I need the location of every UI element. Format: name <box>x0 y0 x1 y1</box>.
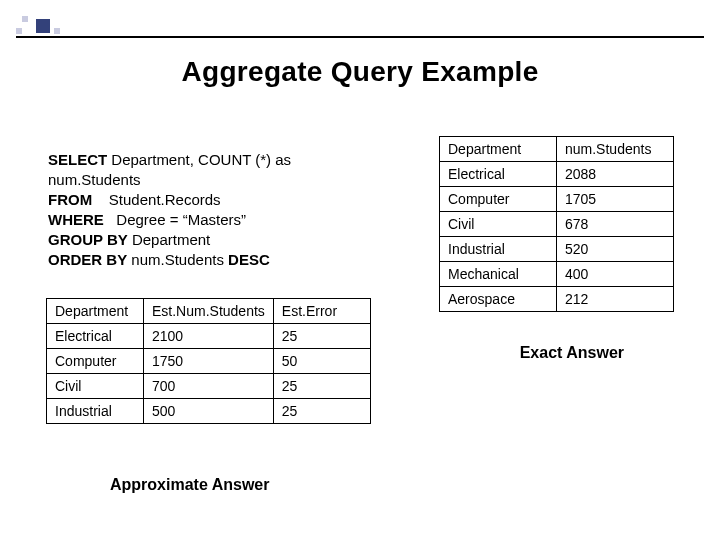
table-row: Electrical210025 <box>47 324 371 349</box>
table-row: Industrial50025 <box>47 399 371 424</box>
slide-title: Aggregate Query Example <box>0 56 720 88</box>
sql-query: SELECT Department, COUNT (*) asnum.Stude… <box>48 150 291 270</box>
title-rule <box>16 36 704 38</box>
slide-deco-icon <box>16 16 72 36</box>
approx-table: DepartmentEst.Num.StudentsEst.ErrorElect… <box>46 298 371 424</box>
table-row: Computer1705 <box>440 187 674 212</box>
table-row: Civil678 <box>440 212 674 237</box>
table-row: Industrial520 <box>440 237 674 262</box>
table-row: Mechanical400 <box>440 262 674 287</box>
exact-table-body: Departmentnum.StudentsElectrical2088Comp… <box>439 136 674 312</box>
table-row: Computer175050 <box>47 349 371 374</box>
table-header: num.Students <box>557 137 674 162</box>
table-header: Department <box>440 137 557 162</box>
exact-table: Departmentnum.StudentsElectrical2088Comp… <box>439 136 674 312</box>
table-row: Aerospace212 <box>440 287 674 312</box>
table-header: Est.Num.Students <box>144 299 274 324</box>
table-header: Department <box>47 299 144 324</box>
table-row: Electrical2088 <box>440 162 674 187</box>
exact-label: Exact Answer <box>520 344 624 362</box>
approx-label: Approximate Answer <box>110 476 269 494</box>
table-header: Est.Error <box>273 299 370 324</box>
table-row: Civil70025 <box>47 374 371 399</box>
approx-table-body: DepartmentEst.Num.StudentsEst.ErrorElect… <box>46 298 371 424</box>
